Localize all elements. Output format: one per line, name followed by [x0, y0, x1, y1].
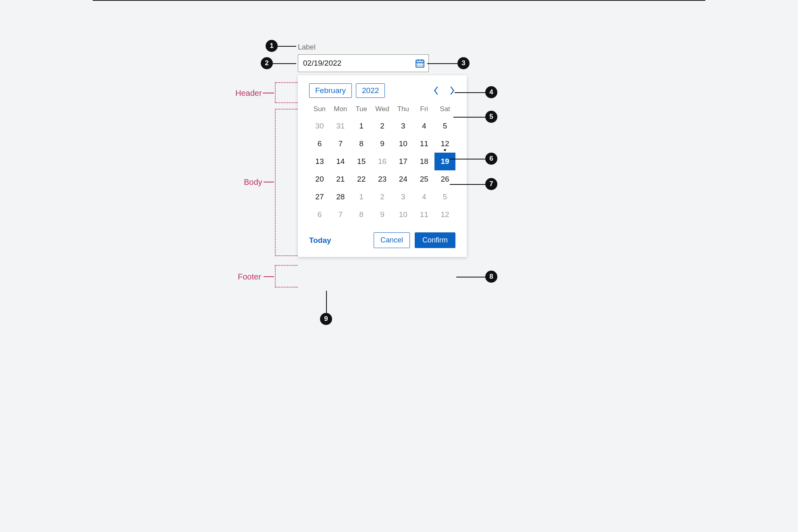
diagram-stage: Label 02/19/2022 February 2022	[93, 0, 705, 407]
day-cell[interactable]: 10	[393, 135, 414, 153]
anatomy-pin-6: 6	[485, 153, 497, 165]
weekday-label: Sat	[434, 105, 455, 113]
day-cell[interactable]: 15	[351, 153, 372, 170]
calendar-body: 3031123456789101112131415161718192021222…	[309, 117, 455, 224]
today-button[interactable]: Today	[309, 236, 331, 245]
day-cell[interactable]: 20	[309, 170, 330, 188]
day-cell[interactable]: 10	[393, 206, 414, 224]
day-cell[interactable]: 9	[372, 135, 393, 153]
anatomy-pin-7: 7	[485, 178, 497, 190]
day-cell[interactable]: 22	[351, 170, 372, 188]
day-cell[interactable]: 4	[414, 117, 434, 135]
day-cell[interactable]: 5	[434, 188, 455, 206]
day-cell[interactable]: 13	[309, 153, 330, 170]
anatomy-pin-4: 4	[485, 86, 497, 98]
day-cell[interactable]: 14	[330, 153, 351, 170]
day-cell[interactable]: 2	[372, 117, 393, 135]
anatomy-pin-8: 8	[485, 271, 497, 283]
calendar-footer: Today Cancel Confirm	[309, 232, 455, 248]
day-cell[interactable]: 16	[372, 153, 393, 170]
next-month-button[interactable]	[449, 86, 455, 95]
day-cell[interactable]: 3	[393, 117, 414, 135]
day-cell[interactable]: 3	[393, 188, 414, 206]
day-cell[interactable]: 24	[393, 170, 414, 188]
day-cell[interactable]: 8	[351, 135, 372, 153]
day-cell[interactable]: 1	[351, 117, 372, 135]
day-cell[interactable]: 6	[309, 206, 330, 224]
day-cell[interactable]: 30	[309, 117, 330, 135]
date-input-value: 02/19/2022	[303, 59, 341, 68]
cancel-button[interactable]: Cancel	[374, 232, 410, 248]
day-cell[interactable]: 1	[351, 188, 372, 206]
weekday-label: Thu	[393, 105, 414, 113]
weekday-row: SunMonTueWedThuFriSat	[309, 105, 455, 113]
calendar-header: February 2022	[309, 83, 455, 98]
calendar-icon[interactable]	[415, 58, 425, 68]
day-cell[interactable]: 6	[309, 135, 330, 153]
anatomy-pin-3: 3	[457, 57, 470, 69]
month-select-button[interactable]: February	[309, 83, 352, 98]
day-cell[interactable]: 17	[393, 153, 414, 170]
calendar-popover: February 2022 SunMonTueWedThuFriSat 3031…	[298, 75, 467, 257]
year-select-button[interactable]: 2022	[356, 83, 385, 98]
day-cell[interactable]: 31	[330, 117, 351, 135]
day-cell[interactable]: 7	[330, 206, 351, 224]
day-cell[interactable]: 12	[434, 206, 455, 224]
weekday-label: Sun	[309, 105, 330, 113]
day-cell[interactable]: 26	[434, 170, 455, 188]
weekday-label: Tue	[351, 105, 372, 113]
day-cell[interactable]: 27	[309, 188, 330, 206]
anatomy-pin-9: 9	[320, 313, 332, 325]
section-label-footer: Footer	[238, 272, 261, 282]
day-cell[interactable]: 25	[414, 170, 434, 188]
day-cell[interactable]: 28	[330, 188, 351, 206]
day-cell[interactable]: 4	[414, 188, 434, 206]
day-cell[interactable]: 7	[330, 135, 351, 153]
anatomy-pin-1: 1	[266, 40, 278, 52]
field-label: Label	[298, 43, 316, 52]
prev-month-button[interactable]	[433, 86, 439, 95]
day-cell[interactable]: 18	[414, 153, 434, 170]
day-cell[interactable]: 9	[372, 206, 393, 224]
confirm-button[interactable]: Confirm	[415, 232, 455, 248]
weekday-label: Fri	[414, 105, 434, 113]
date-input[interactable]: 02/19/2022	[298, 54, 429, 72]
weekday-label: Mon	[330, 105, 351, 113]
anatomy-pin-2: 2	[261, 57, 273, 69]
day-cell[interactable]: 11	[414, 135, 434, 153]
day-cell[interactable]: 2	[372, 188, 393, 206]
day-cell[interactable]: 8	[351, 206, 372, 224]
day-cell[interactable]: 23	[372, 170, 393, 188]
day-cell[interactable]: 11	[414, 206, 434, 224]
day-cell-today[interactable]: 12	[434, 135, 455, 153]
day-cell[interactable]: 21	[330, 170, 351, 188]
day-cell-selected[interactable]: 19	[434, 153, 455, 170]
weekday-label: Wed	[372, 105, 393, 113]
section-label-header: Header	[235, 89, 262, 98]
section-label-body: Body	[244, 178, 262, 187]
day-cell[interactable]: 5	[434, 117, 455, 135]
anatomy-pin-5: 5	[485, 111, 497, 123]
